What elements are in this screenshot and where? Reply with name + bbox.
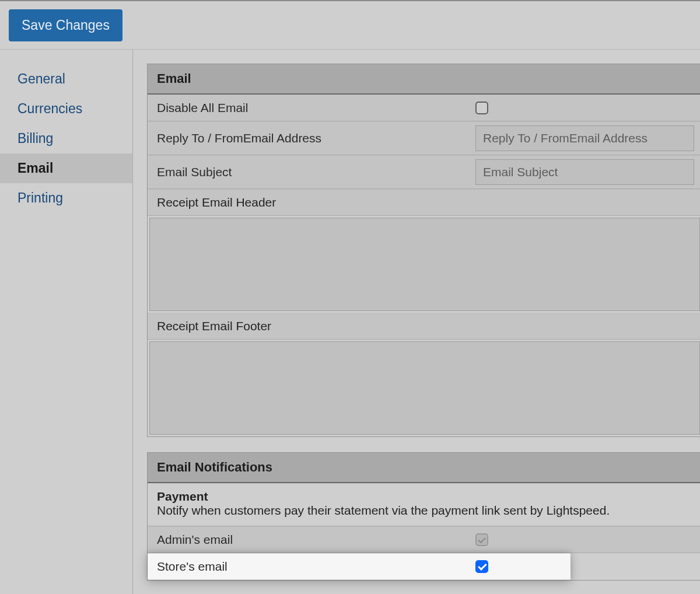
email-notifications-title: Email Notifications <box>148 453 700 483</box>
reply-to-input[interactable] <box>475 125 694 151</box>
receipt-footer-textarea[interactable] <box>149 341 700 435</box>
disable-all-email-checkbox[interactable] <box>475 102 488 114</box>
disable-all-email-label: Disable All Email <box>148 95 470 121</box>
sidebar-item-email[interactable]: Email <box>0 153 132 183</box>
email-panel: Email Disable All Email Reply To / From … <box>147 64 700 437</box>
email-notifications-panel: Email Notifications Payment Notify when … <box>147 452 700 581</box>
stores-email-label: Store's email <box>148 554 470 579</box>
sidebar-item-billing[interactable]: Billing <box>0 124 132 153</box>
email-subject-label: Email Subject <box>148 156 470 188</box>
row-email-subject: Email Subject <box>148 155 700 189</box>
main-content: Email Disable All Email Reply To / From … <box>133 50 700 594</box>
row-stores-email: Store's email <box>148 553 570 580</box>
row-disable-all-email: Disable All Email <box>148 95 700 121</box>
email-panel-title: Email <box>148 64 700 95</box>
payment-section: Payment Notify when customers pay their … <box>148 483 700 526</box>
receipt-footer-label: Receipt Email Footer <box>148 313 700 340</box>
receipt-header-textarea[interactable] <box>149 218 700 311</box>
receipt-header-label: Receipt Email Header <box>148 189 700 216</box>
settings-sidebar: General Currencies Billing Email Printin… <box>0 50 133 594</box>
reply-to-label-line2: Email Address <box>243 131 321 146</box>
save-changes-button[interactable]: Save Changes <box>9 9 123 41</box>
stores-email-checkbox[interactable] <box>475 560 488 573</box>
email-subject-input[interactable] <box>475 159 694 185</box>
admins-email-label: Admin's email <box>148 527 470 553</box>
sidebar-item-currencies[interactable]: Currencies <box>0 94 132 124</box>
admins-email-checkbox <box>475 533 488 546</box>
reply-to-label-line1: Reply To / From <box>157 131 243 146</box>
sidebar-item-printing[interactable]: Printing <box>0 183 132 213</box>
payment-heading: Payment <box>157 490 208 503</box>
row-admins-email: Admin's email <box>148 526 700 553</box>
sidebar-item-general[interactable]: General <box>0 64 132 94</box>
row-reply-to: Reply To / From Email Address <box>148 121 700 155</box>
top-toolbar: Save Changes <box>0 0 700 50</box>
payment-description: Notify when customers pay their statemen… <box>157 504 610 517</box>
reply-to-label: Reply To / From Email Address <box>148 122 470 155</box>
